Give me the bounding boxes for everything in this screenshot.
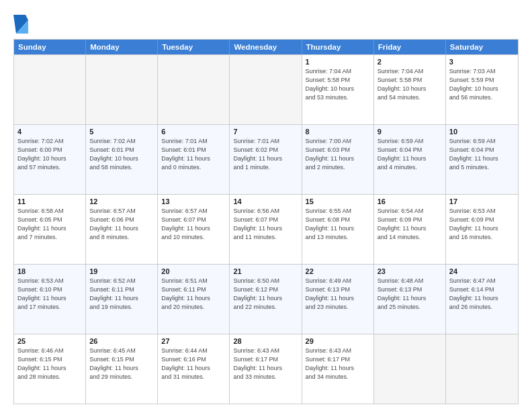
cal-cell: 3Sunrise: 7:03 AM Sunset: 5:59 PM Daylig… [446,55,518,124]
cell-info: Sunrise: 6:53 AM Sunset: 6:10 PM Dayligh… [17,277,82,312]
cell-info: Sunrise: 7:02 AM Sunset: 6:01 PM Dayligh… [89,137,154,172]
calendar-body: 1Sunrise: 7:04 AM Sunset: 5:58 PM Daylig… [14,54,518,404]
cell-day-number: 7 [233,128,298,136]
cell-info: Sunrise: 6:59 AM Sunset: 6:04 PM Dayligh… [449,137,515,172]
cell-info: Sunrise: 6:58 AM Sunset: 6:05 PM Dayligh… [17,207,82,242]
cal-cell [446,334,518,404]
cell-day-number: 22 [306,267,370,275]
cal-cell: 25Sunrise: 6:46 AM Sunset: 6:15 PM Dayli… [14,334,86,404]
cell-day-number: 13 [161,197,226,205]
cal-cell: 4Sunrise: 7:02 AM Sunset: 6:00 PM Daylig… [14,125,86,194]
header-day-saturday: Saturday [446,40,518,54]
cal-cell: 12Sunrise: 6:57 AM Sunset: 6:06 PM Dayli… [86,195,158,264]
cell-day-number: 5 [89,128,154,136]
cell-info: Sunrise: 6:57 AM Sunset: 6:07 PM Dayligh… [161,207,226,242]
cell-day-number: 19 [89,267,154,275]
cell-info: Sunrise: 7:03 AM Sunset: 5:59 PM Dayligh… [449,67,515,102]
cell-day-number: 14 [233,197,298,205]
cell-day-number: 20 [161,267,226,275]
page: SundayMondayTuesdayWednesdayThursdayFrid… [0,0,532,411]
cal-cell: 14Sunrise: 6:56 AM Sunset: 6:07 PM Dayli… [230,195,302,264]
cell-day-number: 15 [306,197,370,205]
cal-cell: 27Sunrise: 6:44 AM Sunset: 6:16 PM Dayli… [158,334,230,404]
cell-day-number: 8 [306,128,370,136]
week-row-4: 18Sunrise: 6:53 AM Sunset: 6:10 PM Dayli… [14,264,518,334]
cal-cell: 29Sunrise: 6:43 AM Sunset: 6:17 PM Dayli… [302,334,374,404]
cell-info: Sunrise: 6:44 AM Sunset: 6:16 PM Dayligh… [161,347,226,381]
logo-icon [13,15,28,34]
cal-cell: 17Sunrise: 6:53 AM Sunset: 6:09 PM Dayli… [446,195,518,264]
cal-cell: 10Sunrise: 6:59 AM Sunset: 6:04 PM Dayli… [446,125,518,194]
cell-info: Sunrise: 6:55 AM Sunset: 6:08 PM Dayligh… [306,207,370,242]
cal-cell: 5Sunrise: 7:02 AM Sunset: 6:01 PM Daylig… [86,125,158,194]
cal-cell: 15Sunrise: 6:55 AM Sunset: 6:08 PM Dayli… [302,195,374,264]
cell-info: Sunrise: 6:49 AM Sunset: 6:13 PM Dayligh… [306,277,370,312]
cell-info: Sunrise: 6:46 AM Sunset: 6:15 PM Dayligh… [17,347,82,381]
cal-cell: 13Sunrise: 6:57 AM Sunset: 6:07 PM Dayli… [158,195,230,264]
cal-cell: 16Sunrise: 6:54 AM Sunset: 6:09 PM Dayli… [374,195,446,264]
calendar: SundayMondayTuesdayWednesdayThursdayFrid… [13,39,519,404]
cell-info: Sunrise: 6:48 AM Sunset: 6:13 PM Dayligh… [378,277,442,312]
cell-day-number: 1 [306,58,370,66]
header-day-wednesday: Wednesday [230,40,302,54]
cell-info: Sunrise: 6:51 AM Sunset: 6:11 PM Dayligh… [161,277,226,312]
cell-info: Sunrise: 6:43 AM Sunset: 6:17 PM Dayligh… [233,347,298,381]
cell-info: Sunrise: 6:56 AM Sunset: 6:07 PM Dayligh… [233,207,298,242]
cell-day-number: 29 [306,337,370,345]
cal-cell: 19Sunrise: 6:52 AM Sunset: 6:11 PM Dayli… [86,265,158,334]
cell-day-number: 10 [449,128,515,136]
cal-cell: 21Sunrise: 6:50 AM Sunset: 6:12 PM Dayli… [230,265,302,334]
cell-info: Sunrise: 7:02 AM Sunset: 6:00 PM Dayligh… [17,137,82,172]
header-day-friday: Friday [374,40,446,54]
cell-info: Sunrise: 6:45 AM Sunset: 6:15 PM Dayligh… [89,347,154,381]
cell-info: Sunrise: 6:57 AM Sunset: 6:06 PM Dayligh… [89,207,154,242]
cell-day-number: 26 [89,337,154,345]
cell-info: Sunrise: 7:00 AM Sunset: 6:03 PM Dayligh… [306,137,370,172]
cell-info: Sunrise: 7:01 AM Sunset: 6:02 PM Dayligh… [233,137,298,172]
header-day-sunday: Sunday [14,40,86,54]
cal-cell [86,55,158,124]
logo [13,15,31,34]
cal-cell [158,55,230,124]
cell-day-number: 24 [449,267,515,275]
cell-day-number: 23 [378,267,442,275]
cell-info: Sunrise: 6:54 AM Sunset: 6:09 PM Dayligh… [378,207,442,242]
cell-day-number: 25 [17,337,82,345]
cal-cell: 22Sunrise: 6:49 AM Sunset: 6:13 PM Dayli… [302,265,374,334]
cell-day-number: 9 [378,128,442,136]
cal-cell: 2Sunrise: 7:04 AM Sunset: 5:58 PM Daylig… [374,55,446,124]
header-day-tuesday: Tuesday [158,40,230,54]
week-row-2: 4Sunrise: 7:02 AM Sunset: 6:00 PM Daylig… [14,124,518,194]
cell-day-number: 2 [378,58,442,66]
cell-day-number: 11 [17,197,82,205]
cell-day-number: 12 [89,197,154,205]
week-row-1: 1Sunrise: 7:04 AM Sunset: 5:58 PM Daylig… [14,54,518,124]
cell-info: Sunrise: 7:04 AM Sunset: 5:58 PM Dayligh… [306,67,370,102]
cal-cell: 18Sunrise: 6:53 AM Sunset: 6:10 PM Dayli… [14,265,86,334]
cal-cell: 9Sunrise: 6:59 AM Sunset: 6:04 PM Daylig… [374,125,446,194]
cal-cell: 20Sunrise: 6:51 AM Sunset: 6:11 PM Dayli… [158,265,230,334]
cal-cell: 7Sunrise: 7:01 AM Sunset: 6:02 PM Daylig… [230,125,302,194]
cal-cell [14,55,86,124]
cell-info: Sunrise: 6:53 AM Sunset: 6:09 PM Dayligh… [449,207,515,242]
cell-day-number: 4 [17,128,82,136]
cell-day-number: 28 [233,337,298,345]
cell-info: Sunrise: 6:52 AM Sunset: 6:11 PM Dayligh… [89,277,154,312]
cal-cell: 24Sunrise: 6:47 AM Sunset: 6:14 PM Dayli… [446,265,518,334]
cell-day-number: 27 [161,337,226,345]
cell-day-number: 18 [17,267,82,275]
cal-cell: 8Sunrise: 7:00 AM Sunset: 6:03 PM Daylig… [302,125,374,194]
cell-day-number: 3 [449,58,515,66]
header-day-monday: Monday [86,40,158,54]
cal-cell: 23Sunrise: 6:48 AM Sunset: 6:13 PM Dayli… [374,265,446,334]
cell-day-number: 6 [161,128,226,136]
header-day-thursday: Thursday [302,40,374,54]
cell-day-number: 16 [378,197,442,205]
cal-cell: 28Sunrise: 6:43 AM Sunset: 6:17 PM Dayli… [230,334,302,404]
week-row-3: 11Sunrise: 6:58 AM Sunset: 6:05 PM Dayli… [14,194,518,264]
cal-cell: 11Sunrise: 6:58 AM Sunset: 6:05 PM Dayli… [14,195,86,264]
cell-day-number: 21 [233,267,298,275]
cell-info: Sunrise: 7:04 AM Sunset: 5:58 PM Dayligh… [378,67,442,102]
header [13,12,519,34]
cell-info: Sunrise: 6:59 AM Sunset: 6:04 PM Dayligh… [378,137,442,172]
